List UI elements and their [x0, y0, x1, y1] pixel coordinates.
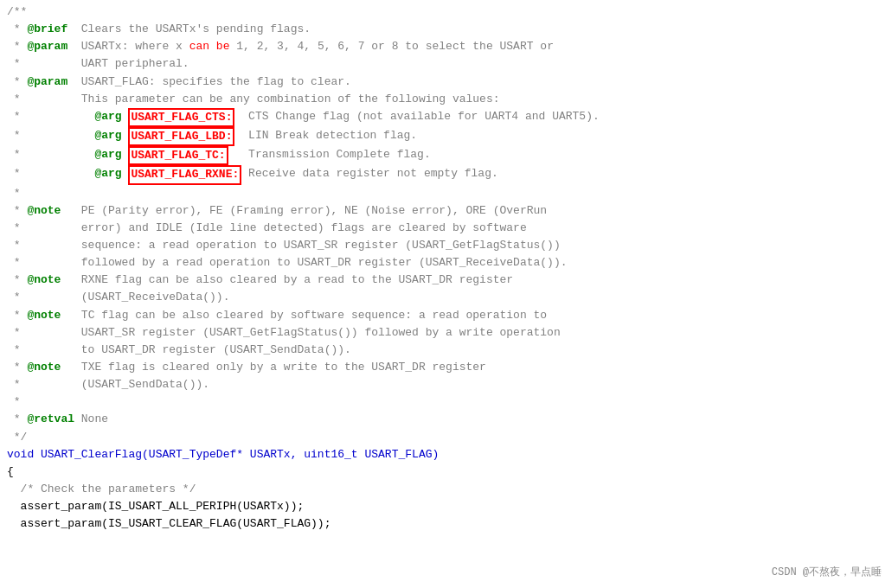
assert-1: assert_param(IS_USART_ALL_PERIPH(USARTx)…	[7, 498, 304, 515]
line-text: *	[7, 38, 27, 55]
tag-arg3: @arg	[94, 146, 121, 163]
code-line-4: * UART peripheral.	[0, 55, 892, 73]
tag-arg2: @arg	[94, 127, 121, 144]
code-line-10: * @arg USART_FLAG_RXNE: Receive data reg…	[0, 165, 892, 184]
code-line-2: * @brief Clears the USARTx's pending fla…	[0, 21, 892, 38]
line-text: *	[7, 272, 27, 289]
code-line-13: * error) and IDLE (Idle line detected) f…	[0, 220, 892, 237]
tag-param: @param	[27, 38, 67, 55]
line-text: */	[7, 429, 27, 446]
line-text: *	[7, 393, 21, 411]
line-text: *	[7, 21, 27, 38]
line-text: * (USART_ReceiveData()).	[7, 289, 229, 306]
line-text: *	[7, 165, 94, 182]
line-text: * This parameter can be any combination …	[7, 91, 500, 108]
flag-lbd-box: USART_FLAG_LBD:	[128, 127, 234, 146]
line-text: *	[7, 202, 27, 220]
code-line-28: /* Check the parameters */	[0, 481, 892, 498]
line-text: R	[241, 165, 255, 182]
code-line-22: * (USART_SendData()).	[0, 376, 892, 393]
func-signature: void USART_ClearFlag(USART_TypeDef* USAR…	[7, 446, 439, 463]
code-line-9: * @arg USART_FLAG_TC: Transmission Compl…	[0, 146, 892, 165]
code-line-15: * followed by a read operation to USART_…	[0, 254, 892, 272]
line-text: *	[7, 411, 27, 428]
watermark: CSDN @不熬夜，早点睡	[772, 565, 882, 581]
code-line-21: * @note TXE flag is cleared only by a wr…	[0, 359, 892, 376]
code-line-8: * @arg USART_FLAG_LBD: LIN Break detecti…	[0, 127, 892, 146]
flag-rxne-box: USART_FLAG_RXNE:	[128, 165, 241, 184]
line-text: * (USART_SendData()).	[7, 376, 209, 393]
line-text	[122, 127, 129, 144]
line-text	[122, 108, 129, 125]
line-text: IN Break detection flag.	[255, 127, 417, 144]
line-text: eceive data register not empty flag.	[255, 165, 498, 182]
line-text: * to USART_DR register (USART_SendData()…	[7, 342, 351, 359]
line-text: * sequence: a read operation to USART_SR…	[7, 237, 561, 254]
code-line-3: * @param USARTx: where x can be 1, 2, 3,…	[0, 38, 892, 55]
code-container: /** * @brief Clears the USARTx's pending…	[0, 0, 892, 588]
line-text: *	[7, 359, 27, 376]
tag-brief: @brief	[27, 21, 67, 38]
code-line-16: * @note RXNE flag can be also cleared by…	[0, 272, 892, 289]
tag-note4: @note	[27, 359, 61, 376]
code-line-20: * to USART_DR register (USART_SendData()…	[0, 342, 892, 359]
line-text: *	[7, 146, 94, 163]
line-text: * UART peripheral.	[7, 55, 189, 73]
brace-open: {	[7, 463, 14, 481]
code-line-27: {	[0, 463, 892, 481]
line-text: * error) and IDLE (Idle line detected) f…	[7, 220, 527, 237]
tag-retval: @retval	[27, 411, 74, 428]
code-line-30: assert_param(IS_USART_CLEAR_FLAG(USART_F…	[0, 515, 892, 533]
code-line-17: * (USART_ReceiveData()).	[0, 289, 892, 306]
code-line-25: */	[0, 429, 892, 446]
code-line-14: * sequence: a read operation to USART_SR…	[0, 237, 892, 254]
line-text: *	[7, 127, 94, 144]
line-text: PE (Parity error), FE (Framing error), N…	[61, 202, 547, 220]
code-line-18: * @note TC flag can be also cleared by s…	[0, 307, 892, 324]
inline-comment: /* Check the parameters */	[7, 481, 196, 498]
line-text: TC flag can be also cleared by software …	[61, 307, 547, 324]
code-line-6: * This parameter can be any combination …	[0, 91, 892, 108]
line-text: *	[7, 74, 27, 91]
line-text: /**	[7, 3, 27, 21]
flag-cts-box: USART_FLAG_CTS:	[128, 108, 234, 127]
line-text: C	[234, 108, 254, 125]
line-text: *	[7, 307, 27, 324]
tag-param2: @param	[27, 74, 67, 91]
line-text: TXE flag is cleared only by a write to t…	[61, 359, 485, 376]
code-line-1: /**	[0, 3, 892, 21]
code-line-12: * @note PE (Parity error), FE (Framing e…	[0, 202, 892, 220]
line-text: 1, 2, 3, 4, 5, 6, 7 or 8 to select the U…	[229, 38, 553, 55]
line-text: USART_FLAG: specifies the flag to clear.	[67, 74, 351, 91]
code-line-29: assert_param(IS_USART_ALL_PERIPH(USARTx)…	[0, 498, 892, 515]
tag-note1: @note	[27, 202, 61, 220]
line-text: Clears the USARTx's pending flags.	[67, 21, 311, 38]
line-text: USARTx: where x	[67, 38, 189, 55]
line-text: RXNE flag can be also cleared by a read …	[61, 272, 513, 289]
tag-arg1: @arg	[94, 108, 121, 125]
code-line-24: * @retval None	[0, 411, 892, 428]
line-text	[122, 146, 129, 163]
line-text: ransmission Complete flag.	[255, 146, 431, 163]
line-text: * followed by a read operation to USART_…	[7, 254, 568, 272]
assert-2: assert_param(IS_USART_CLEAR_FLAG(USART_F…	[7, 515, 330, 533]
code-line-11: *	[0, 185, 892, 202]
can-be-highlight: can be	[189, 38, 230, 55]
line-text: T	[228, 146, 255, 163]
line-text: *	[7, 108, 94, 125]
code-line-5: * @param USART_FLAG: specifies the flag …	[0, 74, 892, 91]
code-line-26: void USART_ClearFlag(USART_TypeDef* USAR…	[0, 446, 892, 463]
line-text	[122, 165, 129, 182]
code-line-7: * @arg USART_FLAG_CTS: CTS Change flag (…	[0, 108, 892, 127]
line-text: * USART_SR register (USART_GetFlagStatus…	[7, 324, 561, 342]
line-text: L	[234, 127, 254, 144]
flag-tc-box: USART_FLAG_TC:	[128, 146, 228, 165]
tag-arg4: @arg	[94, 165, 121, 182]
code-line-23: *	[0, 393, 892, 411]
code-line-19: * USART_SR register (USART_GetFlagStatus…	[0, 324, 892, 342]
line-text: *	[7, 185, 21, 202]
line-text: TS Change flag (not available for UART4 …	[255, 108, 600, 125]
line-text: None	[74, 411, 108, 428]
tag-note2: @note	[27, 272, 61, 289]
tag-note3: @note	[27, 307, 61, 324]
